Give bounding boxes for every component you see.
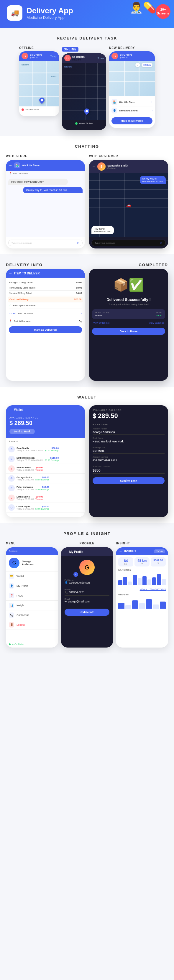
insight-header-title: INSIGHT bbox=[124, 550, 136, 553]
dark-account-name-value: George Anderson bbox=[93, 430, 164, 435]
newdel-store-name: Wal Life Store bbox=[119, 101, 135, 103]
tx-avatar-3: S bbox=[8, 465, 15, 472]
tx-date-1: Today at 09:30 AM • 8:20 AM bbox=[16, 449, 43, 452]
menu-item-wallet[interactable]: 💳 Wallet bbox=[6, 571, 58, 581]
item1-price: $4.00 bbox=[76, 281, 82, 284]
dark-account-field: Account Number 432 6547 6747 8112 bbox=[93, 456, 164, 463]
menu-item-faqs[interactable]: ❓ FAQs bbox=[6, 591, 58, 601]
tx-avatar-1: S bbox=[8, 446, 15, 452]
tx-info-2: Emil Williamson Today at 08:20 AM • 8:20… bbox=[16, 457, 43, 461]
email-icon: ✉ bbox=[65, 600, 67, 603]
tx-amount-block-6: $80.00 Transfer bbox=[35, 495, 43, 500]
profile-label: PROFILE bbox=[61, 542, 113, 545]
bar-6 bbox=[142, 576, 146, 585]
insight-stat-2: 48 km km bbox=[134, 557, 150, 566]
customer-avatar: S bbox=[97, 162, 105, 171]
menu-item-contact[interactable]: 📞 Contact us bbox=[6, 610, 58, 620]
profile-insight-title: PROFILE & INSIGHT bbox=[6, 531, 168, 536]
wallet-section: WALLET ← Wallet AVAILABLE BALANCE $ 289.… bbox=[0, 387, 174, 523]
wallet-dark-phone-wrap: AVAILABLE BALANCE $ 289.50 BANK INFO Acc… bbox=[89, 405, 168, 517]
insight-stat1-val: 64 bbox=[120, 559, 131, 563]
dark-road-h2 bbox=[62, 86, 106, 87]
offline-block: OFFLINE G 64 Orders $302.50 Today bbox=[19, 46, 59, 116]
prescription-row: ✓ Prescription Uploaded bbox=[9, 302, 82, 309]
back-arrow-icon[interactable]: ← bbox=[9, 163, 13, 167]
dark-bank-info-label: BANK INFO bbox=[93, 423, 164, 426]
profile-update-btn[interactable]: Update Info bbox=[65, 609, 110, 616]
tx-name-1: Sam Smith bbox=[16, 447, 43, 449]
di-phone-icon[interactable]: 📞 bbox=[79, 320, 82, 323]
dark-road-h1 bbox=[62, 75, 106, 75]
tx-earn-5: $7.00 Earnings bbox=[35, 488, 49, 490]
dark-bank-value: HBMC Bank of New York bbox=[93, 439, 164, 444]
tx-date-2: Today at 08:20 AM • 8:20 AM bbox=[16, 459, 43, 461]
with-customer-block: WITH CUSTOMER ← S Samantha Smith Custome… bbox=[89, 154, 168, 248]
mark-delivered-btn[interactable]: Mark as Delivered bbox=[112, 117, 152, 124]
store-chat-name: Wal Life Store bbox=[22, 164, 40, 167]
profile-edit-icon[interactable]: ✎ bbox=[73, 572, 78, 577]
view-all-link[interactable]: VIEW ALL TRANSACTIONS bbox=[140, 588, 166, 590]
item3-name: Nomical 120mg Tablet bbox=[9, 292, 32, 294]
chat-grid: WITH STORE ← 🏪 Wal Life Store 📍 Wal Life… bbox=[6, 154, 168, 248]
view-earnings-link[interactable]: View Earnings bbox=[149, 321, 164, 324]
profile-grid: MENU Account G George Anderson 💳 Wallet bbox=[6, 542, 168, 648]
menu-item-logout[interactable]: 🚪 Logout bbox=[6, 620, 58, 630]
di-mark-delivered-btn[interactable]: Mark as Delivered bbox=[9, 326, 82, 333]
insight-orders-section: ORDERS bbox=[116, 592, 168, 610]
marker-icon bbox=[38, 96, 45, 104]
tx-name-7: Olivia Taylor bbox=[16, 505, 34, 508]
tx-amount-block-3: $80.00 Transfer bbox=[35, 466, 43, 471]
insight-today-badge[interactable]: TODAY bbox=[154, 549, 165, 553]
tx-date-3: Today at 08:15 AM bbox=[16, 469, 34, 471]
delivery-info-phone-wrap: ← ITEM TO DELIVER Sanogor 100mg Tablet $… bbox=[6, 269, 85, 381]
profile-back-icon[interactable]: ← bbox=[64, 550, 67, 554]
store-send-icon[interactable]: ➤ bbox=[77, 242, 79, 244]
view-order-link[interactable]: View Order Info bbox=[93, 321, 109, 324]
bar-4 bbox=[133, 575, 137, 585]
insight-block: INSIGHT ← INSIGHT TODAY 64 km 48 km k bbox=[116, 542, 168, 648]
with-customer-label: WITH CUSTOMER bbox=[89, 154, 168, 158]
online-status-dot bbox=[75, 123, 78, 125]
wallet-title: WALLET bbox=[6, 395, 168, 399]
customer-chat-input[interactable]: Type your message ➤ bbox=[91, 240, 166, 246]
wallet-back-icon[interactable]: ← bbox=[9, 407, 13, 412]
di-back-icon[interactable]: ← bbox=[9, 271, 13, 275]
online-avatar: G bbox=[64, 55, 71, 61]
contact-menu-label: Contact us bbox=[16, 614, 29, 617]
customer-send-icon[interactable]: ➤ bbox=[160, 242, 163, 244]
back-to-home-btn[interactable]: Back to Home bbox=[92, 328, 165, 335]
newdel-details: 🏪 Wal Life Store › 👤 Samantha Smith › Ma… bbox=[109, 96, 155, 126]
newdel-road-h2 bbox=[109, 81, 155, 82]
wallet-recent-label: Recent bbox=[6, 438, 85, 444]
delivery-items: Sanogor 100mg Tablet $4.00 Hom Dropsy La… bbox=[6, 278, 85, 381]
completed-illustration: 📦✅ bbox=[92, 272, 165, 295]
menu-item-insight[interactable]: 📊 Insight bbox=[6, 601, 58, 610]
dark-transfer-field: Amount to Transfer $350 bbox=[93, 465, 164, 474]
store-chat-input[interactable]: Type your message ➤ bbox=[8, 240, 83, 246]
profile-menu-label: My Profile bbox=[16, 584, 28, 587]
menu-item-profile[interactable]: 👤 My Profile bbox=[6, 581, 58, 591]
insight-back-icon[interactable]: ← bbox=[119, 549, 122, 553]
profile-avatar: G bbox=[79, 560, 95, 575]
wallet-menu-icon: 💳 bbox=[9, 574, 14, 579]
obar-2 bbox=[125, 605, 131, 609]
tx-avatar-5: P bbox=[8, 485, 15, 491]
check-icon: ✓ bbox=[9, 304, 11, 307]
insight-stats-row: 64 km 48 km km $302.50 $ bbox=[116, 555, 168, 568]
offline-status-bar: G 64 Orders $302.50 Today bbox=[19, 51, 59, 61]
newdel-distance: 0.5 km bbox=[142, 63, 152, 67]
obar-4 bbox=[139, 603, 145, 609]
delivery-info-header: ← ITEM TO DELIVER bbox=[6, 269, 85, 278]
dark-account-label: Account Number bbox=[93, 456, 164, 458]
cod-row: Cash on Delivery $20.56 bbox=[8, 296, 83, 302]
profile-phone: ← My Profile G ✎ Full Name 👤 George Ande… bbox=[61, 547, 113, 648]
back-arrow-dark-icon[interactable]: ← bbox=[92, 164, 96, 169]
dark-send-bank-btn[interactable]: Send to Bank bbox=[93, 477, 164, 484]
tx-date-5: Today at 06:20 AM bbox=[16, 488, 34, 490]
tx-row-6: L Linda Davis Today at 05:30 AM $80.00 T… bbox=[6, 493, 85, 503]
completed-time-sub: 18 min bbox=[95, 314, 109, 317]
insight-stat1-label: km bbox=[120, 563, 131, 565]
wallet-send-bank-btn[interactable]: Send to Bank bbox=[10, 429, 35, 434]
insight-earnings-section: EARNINGS VIEW ALL TRANSAC bbox=[116, 568, 168, 592]
app-header: 🚚 Delivery App Medicine Delivery App 👨‍⚕… bbox=[0, 0, 174, 28]
